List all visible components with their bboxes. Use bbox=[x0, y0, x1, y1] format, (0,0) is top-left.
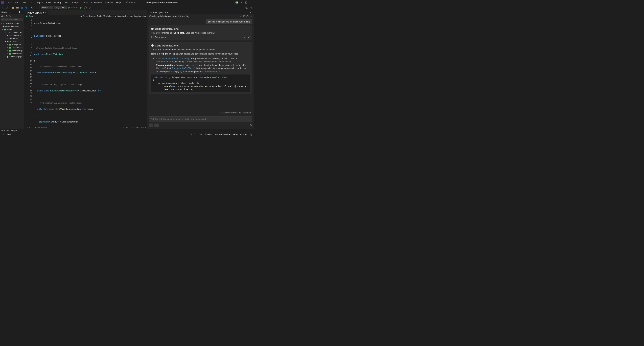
chevron-down-icon[interactable] bbox=[240, 15, 242, 17]
codelens[interactable]: 3 references | Jan Kalis, 22 days ago | … bbox=[34, 102, 147, 104]
props-icon[interactable] bbox=[12, 14, 14, 17]
chevron-down-icon[interactable] bbox=[244, 11, 246, 13]
close-icon[interactable] bbox=[21, 11, 23, 13]
tree-file[interactable]: ▸ReviewVali bbox=[0, 52, 24, 55]
sync-icon[interactable] bbox=[3, 14, 6, 17]
thumbs-up-icon[interactable] bbox=[244, 36, 246, 38]
open-icon[interactable] bbox=[16, 6, 19, 9]
col-indicator[interactable]: Ch: 6 bbox=[130, 126, 134, 128]
menu-git[interactable]: Git bbox=[28, 1, 34, 4]
clock-icon[interactable] bbox=[246, 15, 249, 17]
undo-icon[interactable] bbox=[30, 6, 34, 9]
pin-icon[interactable] bbox=[43, 12, 44, 14]
save-icon[interactable] bbox=[20, 6, 23, 9]
minimize-button[interactable] bbox=[240, 1, 243, 4]
link[interactable]: IEnumerable<T> bbox=[204, 70, 220, 73]
tab-error-list[interactable]: Error List bbox=[1, 130, 9, 132]
avatar[interactable]: JD bbox=[235, 1, 238, 4]
run-button[interactable]: https▾ bbox=[68, 6, 77, 9]
config-combo[interactable]: Relea… bbox=[41, 6, 52, 9]
link[interactable]: Enumerable.ToList bbox=[156, 60, 174, 63]
eol-indicator[interactable]: CRLF bbox=[141, 126, 146, 128]
menu-debug[interactable]: Debug bbox=[53, 1, 62, 4]
tree-reviews-folder[interactable]: ▾Reviews bbox=[0, 40, 24, 43]
link[interactable]: IEnumerable<T>.ToList() bbox=[165, 57, 189, 60]
tree-appsettings[interactable]: ▸appsettings.js bbox=[0, 55, 24, 58]
tree-github-actions[interactable]: GitHub Actions bbox=[0, 25, 24, 28]
project-selector[interactable]: ▦ CodeOptimizationsPerformance ▴ bbox=[215, 133, 247, 136]
tab-reviewvalidation[interactable]: ReviewV…tion.cs × bbox=[24, 11, 48, 15]
indent-indicator[interactable]: SPC bbox=[136, 126, 139, 128]
close-button[interactable] bbox=[250, 1, 252, 4]
code-editor[interactable]: 123456789101112131415161718192021222324 … bbox=[24, 18, 147, 126]
breadcrumb-project[interactable]: Store bbox=[26, 15, 34, 17]
redo-icon[interactable] bbox=[35, 6, 38, 9]
menu-test[interactable]: Test bbox=[63, 1, 70, 4]
code-content[interactable]: using System.Globalization; namespace St… bbox=[34, 18, 147, 126]
tree-properties[interactable]: ▸Properties bbox=[0, 37, 24, 40]
home-icon[interactable] bbox=[1, 14, 3, 17]
show-all-icon[interactable] bbox=[9, 14, 11, 17]
stop-icon[interactable] bbox=[84, 6, 87, 9]
breadcrumb-class[interactable]: Store.Reviews.ReviewValidation bbox=[80, 15, 112, 17]
link[interactable]: List<T> bbox=[191, 64, 198, 66]
git-sync[interactable]: ↑ 0 / 0 ↓ bbox=[190, 133, 196, 136]
thumbs-down-icon[interactable] bbox=[247, 36, 250, 38]
close-icon[interactable] bbox=[250, 11, 252, 13]
solution-search-input[interactable] bbox=[1, 18, 23, 21]
save-all-icon[interactable] bbox=[25, 6, 28, 9]
tree-file[interactable]: ▸Backgroud bbox=[0, 43, 24, 46]
new-window-icon[interactable] bbox=[243, 15, 245, 17]
tree-project-store[interactable]: ▾Store bbox=[0, 28, 24, 31]
copilot-input[interactable] bbox=[149, 116, 252, 122]
tree-solution[interactable]: ▸Solution 'CodeOp bbox=[0, 22, 24, 25]
tree-file[interactable]: ▸Program.cs bbox=[0, 46, 24, 49]
tab-output[interactable]: Output bbox=[11, 130, 17, 132]
tab-close-icon[interactable]: × bbox=[45, 12, 46, 14]
refs-label[interactable]: References bbox=[154, 36, 166, 38]
link[interactable]: IEnumerable<T>.ToList() bbox=[172, 67, 196, 69]
menu-project[interactable]: Project bbox=[34, 1, 44, 4]
hash-button[interactable]: # bbox=[154, 123, 159, 127]
menu-extensions[interactable]: Extensions bbox=[90, 1, 103, 4]
menu-view[interactable]: View bbox=[20, 1, 28, 4]
zoom-level[interactable]: 119 % bbox=[26, 126, 30, 128]
git-changes[interactable]: ✎ 0 bbox=[199, 133, 202, 136]
breadcrumb-method[interactable]: StringValidation(string data, cha bbox=[114, 15, 146, 17]
pin-icon[interactable] bbox=[247, 11, 249, 13]
menu-tools[interactable]: Tools bbox=[81, 1, 89, 4]
global-search[interactable]: Search▾ bbox=[126, 1, 138, 4]
share-icon[interactable] bbox=[245, 6, 248, 9]
menu-help[interactable]: Help bbox=[115, 1, 122, 4]
refresh-icon[interactable] bbox=[88, 6, 91, 9]
collapse-icon[interactable] bbox=[6, 14, 8, 17]
menu-analyze[interactable]: Analyze bbox=[70, 1, 80, 4]
slash-button[interactable]: / bbox=[149, 123, 153, 127]
git-branch[interactable]: ᛘ main ▾ bbox=[205, 133, 212, 136]
send-icon[interactable] bbox=[249, 123, 252, 126]
pin-icon[interactable] bbox=[19, 11, 20, 13]
codelens[interactable]: 1 reference | Jan Kalis, 22 days ago | 1… bbox=[34, 83, 147, 86]
menu-build[interactable]: Build bbox=[45, 1, 52, 4]
back-icon[interactable] bbox=[1, 6, 4, 9]
tree-file[interactable]: ▸ReviewHelp bbox=[0, 49, 24, 52]
maximize-button[interactable] bbox=[245, 1, 248, 4]
dropdown-icon[interactable] bbox=[16, 11, 18, 13]
menu-file[interactable]: File bbox=[6, 1, 12, 4]
line-indicator[interactable]: Ln: 22 bbox=[123, 126, 128, 128]
link[interactable]: Store.Reviews.ReviewValidation.StringVal… bbox=[184, 60, 232, 63]
codelens[interactable]: 3 references | Jan Kalis, 22 days ago | … bbox=[34, 65, 147, 68]
platform-combo[interactable]: Any CPU bbox=[54, 6, 67, 9]
new-icon[interactable] bbox=[12, 6, 14, 9]
tree-connected[interactable]: ▸Connected Se bbox=[0, 31, 24, 34]
forward-icon[interactable] bbox=[6, 6, 9, 9]
bell-icon[interactable] bbox=[250, 133, 252, 136]
menu-edit[interactable]: Edit bbox=[13, 1, 20, 4]
menu-icon[interactable] bbox=[250, 15, 252, 17]
tree-dependencies[interactable]: ▸Dependencie bbox=[0, 34, 24, 37]
play2-icon[interactable] bbox=[80, 6, 82, 9]
codelens[interactable]: 4 references | Jan Kalis, 22 days ago | … bbox=[34, 47, 147, 49]
live-icon[interactable] bbox=[249, 6, 252, 9]
chat-icon[interactable] bbox=[2, 133, 4, 136]
menu-window[interactable]: Window bbox=[104, 1, 114, 4]
